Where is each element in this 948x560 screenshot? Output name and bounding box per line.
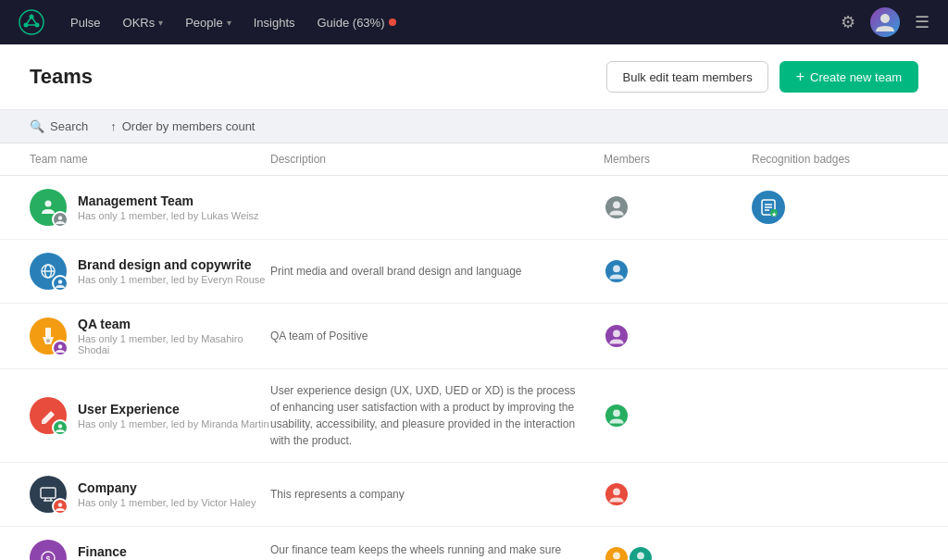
team-description: Print media and overall brand design and…: [270, 263, 604, 280]
svg-text:$: $: [45, 554, 50, 560]
team-icon: [30, 189, 67, 226]
svg-point-38: [637, 553, 644, 560]
svg-point-20: [58, 280, 62, 283]
header-actions: Bulk edit team members + Create new team: [606, 61, 918, 93]
team-icon: [30, 253, 67, 290]
members-cell: [604, 481, 752, 507]
team-name: QA team: [78, 317, 270, 331]
team-name-cell: User Experience Has only 1 member, led b…: [30, 397, 270, 434]
page-title: Teams: [30, 65, 93, 89]
svg-point-9: [58, 216, 62, 219]
svg-point-25: [613, 330, 620, 338]
member-avatar: [604, 258, 630, 284]
user-avatar[interactable]: [870, 7, 900, 37]
sort-icon: ↑: [110, 119, 117, 133]
svg-text:★: ★: [771, 211, 777, 218]
hamburger-icon[interactable]: ☰: [915, 12, 929, 32]
svg-point-32: [58, 503, 62, 506]
team-leader-avatar: [52, 419, 69, 436]
members-cell: [604, 545, 752, 560]
table-row[interactable]: QA team Has only 1 member, led by Masahi…: [0, 304, 948, 369]
search-icon: 🔍: [30, 119, 44, 133]
members-cell: [604, 403, 752, 429]
svg-point-10: [613, 202, 620, 209]
team-info: User Experience Has only 1 member, led b…: [78, 402, 269, 429]
nav-guide[interactable]: Guide (63%): [318, 16, 397, 30]
svg-rect-28: [41, 488, 56, 498]
member-avatar: [628, 545, 654, 560]
team-icon: [30, 317, 67, 355]
members-cell: [604, 323, 752, 349]
svg-line-4: [31, 17, 37, 25]
team-info: Management Team Has only 1 member, led b…: [78, 193, 258, 221]
svg-point-7: [880, 14, 890, 23]
team-meta: Has only 1 member, led by Miranda Martin: [78, 418, 269, 429]
team-info: Company Has only 1 member, led by Victor…: [78, 480, 256, 508]
svg-line-5: [26, 17, 31, 25]
plus-icon: +: [796, 68, 805, 85]
members-cell: [604, 258, 752, 284]
team-name: Brand design and copywrite: [78, 257, 265, 272]
col-badges: Recognition badges: [752, 153, 918, 166]
col-description: Description: [270, 153, 604, 166]
team-description: QA team of Positive: [270, 328, 604, 344]
nav-links: Pulse OKRs ▾ People ▾ Insights Guide (63…: [70, 16, 815, 30]
team-name: User Experience: [78, 402, 269, 417]
nav-people[interactable]: People ▾: [185, 16, 231, 30]
team-icon: $: [30, 540, 67, 560]
search-button[interactable]: 🔍 Search: [30, 119, 88, 133]
svg-point-21: [613, 266, 620, 273]
nav-pulse[interactable]: Pulse: [70, 16, 101, 30]
team-meta: Has only 1 member, led by Masahiro Shoda…: [78, 333, 270, 355]
badges-cell: ★: [752, 191, 918, 224]
team-info: Brand design and copywrite Has only 1 me…: [78, 257, 265, 285]
members-cell: [604, 194, 752, 220]
table-row[interactable]: Company Has only 1 member, led by Victor…: [0, 463, 948, 527]
team-description: User experience design (UX, UXD, UED or …: [270, 382, 604, 449]
team-meta: Has only 1 member, led by Lukas Weisz: [78, 210, 258, 221]
nav-insights[interactable]: Insights: [254, 16, 295, 30]
gear-icon[interactable]: ⚙: [841, 12, 855, 32]
nav-actions: ⚙ ☰: [841, 7, 929, 37]
nav-okrs[interactable]: OKRs ▾: [123, 16, 164, 30]
member-avatar: [604, 403, 630, 429]
page-header: Teams Bulk edit team members + Create ne…: [0, 44, 948, 110]
team-meta: Has only 1 member, led by Victor Haley: [78, 497, 256, 508]
team-name-cell: Management Team Has only 1 member, led b…: [30, 189, 270, 226]
order-button[interactable]: ↑ Order by members count: [110, 119, 255, 133]
team-info: Finance 2 members, led by Dean Greco: [78, 544, 219, 560]
guide-dot: [389, 19, 396, 26]
team-name-cell: $ Finance 2 members, led by Dean Greco: [30, 540, 270, 560]
svg-rect-22: [45, 328, 51, 337]
svg-point-23: [46, 339, 50, 342]
table-row[interactable]: User Experience Has only 1 member, led b…: [0, 369, 948, 463]
team-meta: Has only 1 member, led by Everyn Rouse: [78, 274, 265, 285]
create-team-button[interactable]: + Create new team: [780, 61, 918, 93]
member-avatar: [604, 481, 630, 507]
team-name-cell: QA team Has only 1 member, led by Masahi…: [30, 317, 270, 355]
svg-point-27: [613, 410, 620, 417]
col-team-name: Team name: [30, 153, 270, 166]
svg-point-37: [613, 553, 620, 560]
team-name: Company: [78, 480, 256, 495]
bulk-edit-button[interactable]: Bulk edit team members: [606, 61, 767, 93]
member-avatar: [604, 194, 630, 220]
table-row[interactable]: Brand design and copywrite Has only 1 me…: [0, 240, 948, 304]
logo[interactable]: [19, 9, 44, 35]
team-leader-avatar: [52, 275, 69, 292]
teams-table: Team name Description Members Recognitio…: [0, 143, 948, 560]
svg-point-8: [45, 201, 52, 207]
team-leader-avatar: [52, 211, 69, 228]
team-description: This represents a company: [270, 486, 604, 503]
team-name: Finance: [78, 544, 219, 559]
recognition-badge: ★: [752, 191, 785, 224]
team-name: Management Team: [78, 193, 258, 208]
team-name-cell: Brand design and copywrite Has only 1 me…: [30, 253, 270, 290]
toolbar: 🔍 Search ↑ Order by members count: [0, 110, 948, 143]
table-row[interactable]: Management Team Has only 1 member, led b…: [0, 176, 948, 240]
team-leader-avatar: [52, 498, 69, 515]
team-icon: [30, 397, 67, 434]
svg-point-26: [58, 424, 62, 428]
svg-point-24: [58, 344, 62, 348]
table-row[interactable]: $ Finance 2 members, led by Dean Greco O…: [0, 527, 948, 560]
